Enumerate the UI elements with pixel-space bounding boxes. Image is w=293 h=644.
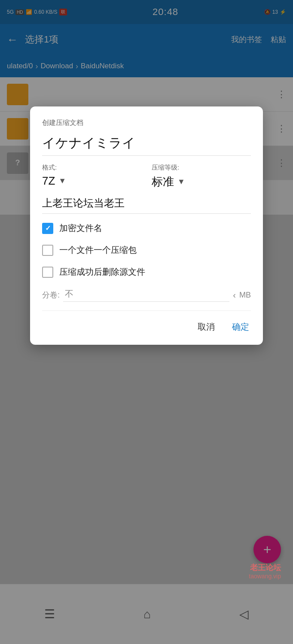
one-file-per-archive-row[interactable]: 一个文件一个压缩包 [42,244,251,256]
password-field[interactable]: 上老王论坛当老王 [42,196,251,210]
format-field: 格式: 7Z ▼ [42,164,141,189]
dialog-title: 创建压缩文档 [42,118,251,128]
encrypt-filename-label: 加密文件名 [59,222,102,234]
split-unit: MB [239,291,251,300]
split-volume-row: 分卷: 不 ‹ MB [42,288,251,302]
watermark-line1: 老王论坛 [249,562,281,573]
encrypt-filename-row[interactable]: ✓ 加密文件名 [42,222,251,234]
delete-source-checkbox[interactable] [42,267,53,278]
dialog-actions: 取消 确定 [42,318,251,336]
level-value: 标准 [152,174,174,189]
format-value: 7Z [42,174,55,188]
watermark: 老王论坛 taowang.vip [249,562,281,580]
split-chevron-icon: ‹ [233,290,236,300]
delete-source-row[interactable]: 压缩成功后删除源文件 [42,266,251,278]
format-label: 格式: [42,164,141,172]
format-dropdown-arrow: ▼ [58,176,66,185]
watermark-line2: taowang.vip [249,573,281,580]
level-select[interactable]: 标准 ▼ [152,174,251,189]
format-level-row: 格式: 7Z ▼ 压缩等级: 标准 ▼ [42,164,251,189]
one-file-per-archive-checkbox[interactable] [42,245,53,256]
level-field: 压缩等级: 标准 ▼ [152,164,251,189]
divider-1 [42,155,251,156]
level-label: 压缩等级: [152,164,251,172]
one-file-per-archive-label: 一个文件一个压缩包 [59,244,137,256]
encrypt-filename-checkbox[interactable]: ✓ [42,223,53,234]
cancel-button[interactable]: 取消 [196,318,217,336]
divider-2 [42,213,251,214]
archive-filename[interactable]: イケナイミライ [42,134,251,152]
split-input[interactable]: 不 [63,288,229,302]
create-archive-dialog: 创建压缩文档 イケナイミライ 格式: 7Z ▼ 压缩等级: 标准 ▼ 上老王论坛… [30,106,263,345]
level-dropdown-arrow: ▼ [177,177,185,186]
split-label: 分卷: [42,290,60,300]
delete-source-label: 压缩成功后删除源文件 [59,266,145,278]
confirm-button[interactable]: 确定 [230,318,251,336]
divider-3 [42,310,251,311]
format-select[interactable]: 7Z ▼ [42,174,141,188]
